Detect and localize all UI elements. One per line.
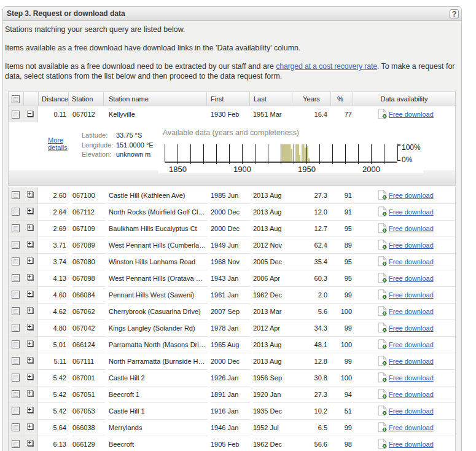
svg-text:Available data (years and comp: Available data (years and completeness)	[163, 128, 299, 137]
svg-text:2000: 2000	[362, 165, 380, 174]
svg-text:0%: 0%	[402, 155, 413, 164]
svg-text:100%: 100%	[402, 143, 421, 152]
svg-text:1950: 1950	[298, 165, 316, 174]
svg-text:1900: 1900	[233, 165, 251, 174]
svg-text:1850: 1850	[169, 165, 187, 174]
